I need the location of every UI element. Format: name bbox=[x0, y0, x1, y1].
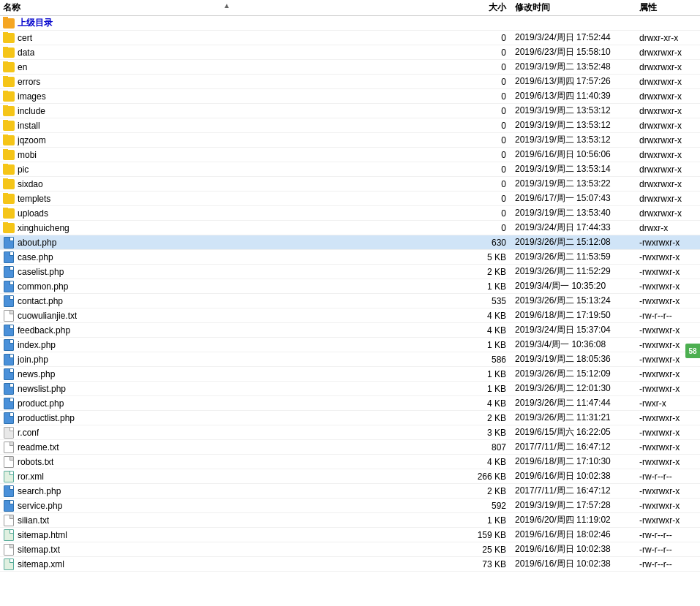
file-name-text: sitemap.html bbox=[18, 530, 67, 540]
file-size: 0 bbox=[454, 106, 512, 116]
php-icon bbox=[3, 339, 15, 351]
file-name-text: jqzoom bbox=[18, 135, 46, 145]
file-name-cell: service.php bbox=[0, 500, 454, 512]
table-row[interactable]: robots.txt 4 KB 2019/6/18/周二 17:10:30 -r… bbox=[0, 455, 700, 469]
table-row[interactable]: contact.php 535 2019/3/26/周二 15:13:24 -r… bbox=[0, 294, 700, 308]
file-name-text: ror.xml bbox=[18, 471, 44, 482]
file-name-text: install bbox=[18, 121, 40, 131]
file-name-text: errors bbox=[18, 77, 40, 87]
parent-dir-name[interactable]: 上级目录 bbox=[0, 17, 454, 29]
file-modified: 2019/6/13/周四 11:40:39 bbox=[512, 90, 636, 102]
file-modified: 2019/6/18/周二 17:10:30 bbox=[512, 455, 636, 468]
file-name-cell: pic bbox=[0, 164, 454, 175]
php-icon bbox=[3, 398, 15, 409]
file-name-text: caselist.php bbox=[18, 267, 64, 277]
xml-icon bbox=[3, 558, 15, 570]
folder-icon bbox=[3, 120, 15, 132]
file-name-cell: readme.txt bbox=[0, 442, 454, 453]
table-row[interactable]: silian.txt 1 KB 2019/6/20/周四 11:19:02 -r… bbox=[0, 513, 700, 528]
file-size: 1 KB bbox=[454, 369, 512, 379]
table-row[interactable]: errors 0 2019/6/13/周四 17:57:26 drwxrwxr-… bbox=[0, 75, 700, 89]
file-name-cell: case.php bbox=[0, 251, 454, 263]
file-name-cell: feedback.php bbox=[0, 325, 454, 336]
col-attr-header[interactable]: 属性 bbox=[636, 1, 700, 14]
table-row[interactable]: templets 0 2019/6/17/周一 15:07:43 drwxrwx… bbox=[0, 192, 700, 206]
table-row[interactable]: pic 0 2019/3/19/周二 13:53:14 drwxrwxr-x bbox=[0, 162, 700, 177]
file-name-cell: contact.php bbox=[0, 295, 454, 307]
file-attr: drwxrwxr-x bbox=[636, 164, 700, 175]
file-modified: 2019/6/16/周日 18:02:46 bbox=[512, 529, 636, 541]
table-row[interactable]: index.php 1 KB 2019/3/4/周一 10:36:08 -rwx… bbox=[0, 338, 700, 352]
table-row[interactable]: feedback.php 4 KB 2019/3/24/周日 15:37:04 … bbox=[0, 323, 700, 338]
table-row[interactable]: newslist.php 1 KB 2019/3/26/周二 12:01:30 … bbox=[0, 382, 700, 396]
file-modified: 2019/6/16/周日 10:02:38 bbox=[512, 558, 636, 570]
file-size: 266 KB bbox=[454, 471, 512, 482]
file-size: 1 KB bbox=[454, 340, 512, 350]
file-name-cell: cuowulianjie.txt bbox=[0, 310, 454, 322]
file-name-cell: search.php bbox=[0, 485, 454, 497]
table-row[interactable]: case.php 5 KB 2019/3/26/周二 11:53:59 -rwx… bbox=[0, 250, 700, 265]
file-size: 1 KB bbox=[454, 515, 512, 526]
file-size: 0 bbox=[454, 164, 512, 175]
file-name-text: sitemap.xml bbox=[18, 559, 64, 569]
col-modified-header[interactable]: 修改时间 bbox=[512, 1, 636, 14]
folder-icon bbox=[3, 61, 15, 73]
file-size: 0 bbox=[454, 121, 512, 131]
file-name-text: images bbox=[18, 91, 46, 102]
table-row[interactable]: sitemap.txt 25 KB 2019/6/16/周日 10:02:38 … bbox=[0, 542, 700, 557]
table-row[interactable]: readme.txt 807 2017/7/11/周二 16:47:12 -rw… bbox=[0, 440, 700, 455]
table-row[interactable]: join.php 586 2019/3/19/周二 18:05:36 -rwxr… bbox=[0, 352, 700, 367]
table-row[interactable]: common.php 1 KB 2019/3/4/周一 10:35:20 -rw… bbox=[0, 279, 700, 294]
table-row[interactable]: uploads 0 2019/3/19/周二 13:53:40 drwxrwxr… bbox=[0, 206, 700, 221]
file-modified: 2019/6/23/周日 15:58:10 bbox=[512, 46, 636, 58]
table-row[interactable]: search.php 2 KB 2017/7/11/周二 16:47:12 -r… bbox=[0, 484, 700, 499]
parent-dir-row[interactable]: 上级目录 bbox=[0, 16, 700, 31]
table-row[interactable]: sitemap.xml 73 KB 2019/6/16/周日 10:02:38 … bbox=[0, 557, 700, 572]
table-row[interactable]: r.conf 3 KB 2019/6/15/周六 16:22:05 -rwxrw… bbox=[0, 425, 700, 440]
php-icon bbox=[3, 412, 15, 424]
file-name-cell: product.php bbox=[0, 398, 454, 409]
file-attr: -rwxrwxr-x bbox=[636, 252, 700, 262]
php-icon bbox=[3, 295, 15, 307]
file-attr: -rwxrwxr-x bbox=[636, 457, 700, 467]
file-name-cell: news.php bbox=[0, 368, 454, 380]
table-row[interactable]: ror.xml 266 KB 2019/6/16/周日 10:02:38 -rw… bbox=[0, 469, 700, 484]
file-attr: drwxrwxr-x bbox=[636, 48, 700, 58]
table-row[interactable]: about.php 630 2019/3/26/周二 15:12:08 -rwx… bbox=[0, 235, 700, 250]
col-size-header[interactable]: 大小 bbox=[454, 1, 512, 14]
file-name-text: join.php bbox=[18, 355, 48, 365]
table-row[interactable]: sitemap.html 159 KB 2019/6/16/周日 18:02:4… bbox=[0, 528, 700, 542]
table-row[interactable]: news.php 1 KB 2019/3/26/周二 15:12:09 -rwx… bbox=[0, 367, 700, 382]
table-row[interactable]: images 0 2019/6/13/周四 11:40:39 drwxrwxr-… bbox=[0, 89, 700, 104]
txt-icon bbox=[3, 515, 15, 526]
table-row[interactable]: mobi 0 2019/6/16/周日 10:56:06 drwxrwxr-x bbox=[0, 148, 700, 162]
table-row[interactable]: cuowulianjie.txt 4 KB 2019/6/18/周二 17:19… bbox=[0, 308, 700, 323]
file-name-cell: join.php bbox=[0, 354, 454, 366]
file-size: 0 bbox=[454, 91, 512, 102]
file-size: 0 bbox=[454, 33, 512, 43]
table-row[interactable]: en 0 2019/3/19/周二 13:52:48 drwxrwxr-x bbox=[0, 60, 700, 75]
table-row[interactable]: cert 0 2019/3/24/周日 17:52:44 drwxr-xr-x bbox=[0, 31, 700, 45]
file-name-cell: xinghuicheng bbox=[0, 222, 454, 234]
table-row[interactable]: jqzoom 0 2019/3/19/周二 13:53:12 drwxrwxr-… bbox=[0, 133, 700, 148]
table-row[interactable]: service.php 592 2019/3/19/周二 17:57:28 -r… bbox=[0, 499, 700, 513]
table-row[interactable]: sixdao 0 2019/3/19/周二 13:53:22 drwxrwxr-… bbox=[0, 177, 700, 192]
table-row[interactable]: product.php 4 KB 2019/3/26/周二 11:47:44 -… bbox=[0, 396, 700, 411]
file-attr: -rwxrwxr-x bbox=[636, 442, 700, 452]
table-row[interactable]: install 0 2019/3/19/周二 13:53:12 drwxrwxr… bbox=[0, 118, 700, 133]
file-name-cell: jqzoom bbox=[0, 135, 454, 146]
file-size: 0 bbox=[454, 179, 512, 189]
file-name-cell: index.php bbox=[0, 339, 454, 351]
table-row[interactable]: caselist.php 2 KB 2019/3/26/周二 11:52:29 … bbox=[0, 265, 700, 279]
table-row[interactable]: xinghuicheng 0 2019/3/24/周日 17:44:33 drw… bbox=[0, 221, 700, 235]
file-attr: -rwxrwxr-x bbox=[636, 325, 700, 336]
table-row[interactable]: data 0 2019/6/23/周日 15:58:10 drwxrwxr-x bbox=[0, 45, 700, 60]
table-row[interactable]: productlist.php 2 KB 2019/3/26/周二 11:31:… bbox=[0, 411, 700, 425]
xml-icon bbox=[3, 529, 15, 541]
file-attr: -rwxrwxr-x bbox=[636, 413, 700, 423]
file-name-text: pic bbox=[18, 164, 29, 175]
file-attr: -rwxrwxr-x bbox=[636, 281, 700, 292]
file-name-text: about.php bbox=[18, 238, 56, 248]
file-attr: -rwxrwxr-x bbox=[636, 486, 700, 496]
table-row[interactable]: include 0 2019/3/19/周二 13:53:12 drwxrwxr… bbox=[0, 104, 700, 118]
